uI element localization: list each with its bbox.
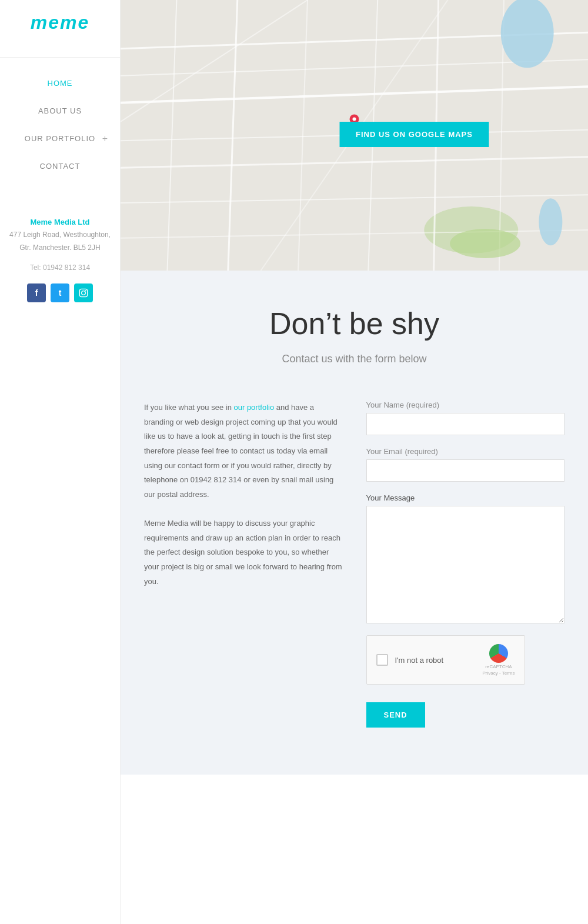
svg-point-1 xyxy=(82,291,86,295)
email-label: Your Email (required) xyxy=(366,447,565,456)
sidebar-address: Meme Media Ltd 477 Leigh Road, Westhough… xyxy=(4,215,116,255)
contact-form: Your Name (required) Your Email (require… xyxy=(366,401,565,728)
contact-subheading: Contact us with the form below xyxy=(144,353,564,365)
logo[interactable]: meme xyxy=(31,12,90,34)
svg-point-23 xyxy=(450,229,520,258)
contact-body-2: Meme Media will be happy to discuss your… xyxy=(144,516,343,589)
recaptcha-logo xyxy=(489,644,508,663)
svg-point-25 xyxy=(353,117,356,121)
main-nav: HOME ABOUT US OUR PORTFOLIO + CONTACT xyxy=(0,69,120,180)
email-input[interactable] xyxy=(366,459,565,482)
contact-left-text: If you like what you see in our portfoli… xyxy=(144,401,343,728)
message-textarea[interactable] xyxy=(366,506,565,623)
captcha-label: I'm not a robot xyxy=(395,656,444,665)
svg-point-22 xyxy=(539,198,562,245)
captcha-left: I'm not a robot xyxy=(376,654,444,666)
find-us-button[interactable]: FIND US ON GOOGLE MAPS xyxy=(339,122,489,147)
send-button[interactable]: SEND xyxy=(366,702,425,728)
tel-number: 01942 812 314 xyxy=(43,263,90,272)
message-label: Your Message xyxy=(366,493,565,502)
sidebar-tel: Tel: 01942 812 314 xyxy=(30,263,90,272)
contact-heading: Don’t be shy xyxy=(144,306,564,341)
captcha-right: reCAPTCHA Privacy - Terms xyxy=(483,644,515,676)
company-name: Meme Media Ltd xyxy=(9,215,111,229)
sidebar-divider xyxy=(0,57,120,58)
svg-point-2 xyxy=(85,290,86,291)
name-input[interactable] xyxy=(366,413,565,435)
name-field-group: Your Name (required) xyxy=(366,401,565,435)
recaptcha-text: reCAPTCHA xyxy=(485,664,512,669)
recaptcha-privacy: Privacy - Terms xyxy=(483,671,515,676)
contact-section: Don’t be shy Contact us with the form be… xyxy=(121,271,588,775)
svg-rect-0 xyxy=(79,289,87,296)
tel-label: Tel: xyxy=(30,263,41,272)
nav-home[interactable]: HOME xyxy=(0,69,120,97)
portfolio-expand-icon[interactable]: + xyxy=(102,134,108,144)
address-line2: Gtr. Manchester. BL5 2JH xyxy=(9,242,111,255)
portfolio-link[interactable]: our portfolio xyxy=(233,403,274,412)
name-label: Your Name (required) xyxy=(366,401,565,409)
twitter-icon[interactable]: t xyxy=(51,283,69,302)
message-field-group: Your Message xyxy=(366,493,565,623)
email-field-group: Your Email (required) xyxy=(366,447,565,482)
map-placeholder: FIND US ON GOOGLE MAPS xyxy=(121,0,588,271)
facebook-icon[interactable]: f xyxy=(27,283,46,302)
nav-about[interactable]: ABOUT US xyxy=(0,97,120,125)
address-line1: 477 Leigh Road, Westhoughton, xyxy=(9,229,111,242)
instagram-icon[interactable] xyxy=(74,283,93,302)
nav-portfolio[interactable]: OUR PORTFOLIO + xyxy=(0,125,120,152)
social-icons: f t xyxy=(27,283,93,302)
svg-point-21 xyxy=(501,0,554,68)
map-container: FIND US ON GOOGLE MAPS xyxy=(121,0,588,271)
main-content: FIND US ON GOOGLE MAPS Don’t be shy Cont… xyxy=(121,0,588,924)
sidebar: meme HOME ABOUT US OUR PORTFOLIO + CONTA… xyxy=(0,0,121,924)
captcha-box: I'm not a robot reCAPTCHA Privacy - Term… xyxy=(366,635,525,685)
captcha-checkbox[interactable] xyxy=(376,654,388,666)
contact-body-1: If you like what you see in our portfoli… xyxy=(144,401,343,502)
contact-columns: If you like what you see in our portfoli… xyxy=(144,401,564,728)
nav-contact[interactable]: CONTACT xyxy=(0,152,120,180)
